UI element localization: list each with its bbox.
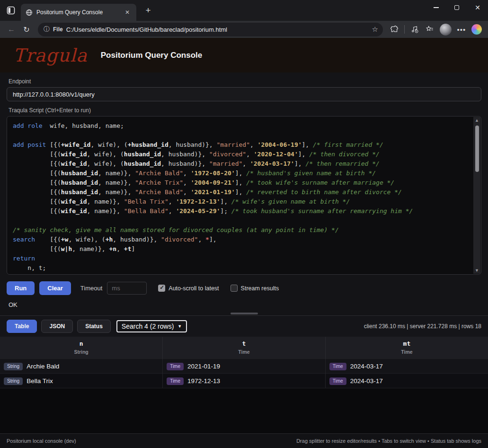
splitter-grip-icon[interactable] bbox=[231, 313, 258, 314]
results-tabs: TableJSONStatus bbox=[7, 320, 111, 333]
cell-value: 2021-01-19 bbox=[187, 363, 220, 370]
new-tab-button[interactable]: + bbox=[142, 4, 154, 17]
type-badge: Time bbox=[167, 377, 184, 385]
result-set-value: Search 4 (2 rows) bbox=[122, 323, 174, 330]
results-tab-json[interactable]: JSON bbox=[41, 320, 73, 333]
result-set-select[interactable]: Search 4 (2 rows) ▼ bbox=[116, 320, 187, 332]
profile-avatar[interactable] bbox=[440, 24, 452, 36]
globe-favicon-icon bbox=[26, 9, 33, 16]
timing-stats: client 236.10 ms | server 221.728 ms | r… bbox=[191, 323, 481, 330]
code-editor-content[interactable]: add role wife, husband, name; add posit … bbox=[7, 116, 481, 275]
window-close-button[interactable]: ✕ bbox=[467, 0, 488, 15]
tab-title: Positorium Query Console bbox=[36, 9, 119, 16]
footer-right-text: Drag splitter to resize editor/results •… bbox=[296, 438, 481, 444]
results-tab-table[interactable]: Table bbox=[7, 320, 37, 333]
endpoint-label: Endpoint bbox=[9, 78, 479, 85]
stream-toggle[interactable]: Stream results bbox=[231, 285, 279, 292]
autoscroll-toggle[interactable]: Auto-scroll to latest bbox=[158, 285, 219, 292]
run-button[interactable]: Run bbox=[7, 281, 35, 295]
column-header: tTime bbox=[163, 337, 326, 359]
page-title: Positorium Query Console bbox=[101, 51, 202, 60]
toolbar-divider bbox=[404, 25, 405, 34]
window-minimize-button[interactable] bbox=[426, 0, 446, 15]
more-options-icon[interactable]: ••• bbox=[455, 23, 468, 36]
results-table: nStringtTimemtTime StringArchie BaldTime… bbox=[0, 337, 488, 388]
browser-tabstrip: Positorium Query Console ✕ + ✕ bbox=[0, 0, 488, 21]
type-badge: Time bbox=[167, 363, 184, 370]
table-body: StringArchie BaldTime2021-01-19Time2024-… bbox=[0, 359, 488, 388]
splitter[interactable] bbox=[0, 308, 488, 316]
page-info-icon[interactable]: ⓘ bbox=[44, 25, 50, 34]
url-text[interactable]: C:/Users/eldle/Documents/GitHub/bareclad… bbox=[66, 26, 369, 33]
results-panel: TableJSONStatus Search 4 (2 rows) ▼ clie… bbox=[0, 316, 488, 433]
script-editor[interactable]: add role wife, husband, name; add posit … bbox=[7, 116, 481, 275]
autoscroll-checkbox[interactable] bbox=[158, 285, 165, 292]
type-badge: String bbox=[4, 363, 23, 370]
scrollbar-down-icon[interactable]: ▼ bbox=[475, 267, 479, 274]
chevron-down-icon: ▼ bbox=[177, 324, 182, 329]
app-header: Tragula Positorium Query Console bbox=[0, 38, 488, 72]
run-controls: Run Clear Timeout Auto-scroll to latest … bbox=[7, 281, 481, 295]
footer-left-text: Positorium local console (dev) bbox=[7, 438, 76, 444]
column-header: mtTime bbox=[325, 337, 488, 359]
tragula-logo: Tragula bbox=[13, 45, 88, 66]
browser-toolbar: ← ↻ ⓘ File C:/Users/eldle/Documents/GitH… bbox=[0, 21, 488, 38]
results-empty-area bbox=[0, 388, 488, 433]
collections-icon[interactable] bbox=[423, 23, 436, 36]
table-header-row: nStringtTimemtTime bbox=[0, 337, 488, 359]
endpoint-input[interactable] bbox=[7, 87, 481, 101]
timeout-label: Timeout bbox=[80, 285, 102, 292]
type-badge: Time bbox=[329, 377, 346, 385]
editor-scrollbar[interactable]: ▲ ▼ bbox=[473, 117, 480, 274]
main-content: Endpoint Traqula Script (Ctrl+Enter to r… bbox=[0, 72, 488, 433]
status-bar: Positorium local console (dev) Drag spli… bbox=[0, 433, 488, 448]
refresh-button[interactable]: ↻ bbox=[20, 23, 33, 36]
cell-value: 1972-12-13 bbox=[187, 377, 220, 385]
window-maximize-button[interactable] bbox=[446, 0, 467, 15]
back-button[interactable]: ← bbox=[5, 23, 18, 36]
tab-actions-menu-icon[interactable] bbox=[4, 3, 18, 18]
cell-value: Bella Trix bbox=[27, 377, 53, 385]
results-toolbar: TableJSONStatus Search 4 (2 rows) ▼ clie… bbox=[0, 316, 488, 337]
extensions-icon[interactable] bbox=[388, 23, 401, 36]
column-header: nString bbox=[0, 337, 163, 359]
scrollbar-thumb[interactable] bbox=[475, 125, 479, 172]
url-scheme-label: File bbox=[53, 26, 63, 33]
type-badge: Time bbox=[329, 363, 346, 370]
address-bar[interactable]: ⓘ File C:/Users/eldle/Documents/GitHub/b… bbox=[38, 23, 383, 36]
stream-label: Stream results bbox=[241, 285, 279, 292]
type-badge: String bbox=[4, 377, 23, 385]
scrollbar-up-icon[interactable]: ▲ bbox=[475, 117, 479, 124]
browser-tab[interactable]: Positorium Query Console ✕ bbox=[21, 4, 136, 21]
autoscroll-label: Auto-scroll to latest bbox=[169, 285, 219, 292]
status-text: OK bbox=[9, 301, 479, 308]
script-label: Traqula Script (Ctrl+Enter to run) bbox=[9, 107, 479, 114]
table-row: StringBella TrixTime1972-12-13Time2024-0… bbox=[0, 374, 488, 388]
cell-value: Archie Bald bbox=[27, 363, 59, 370]
copilot-icon[interactable] bbox=[470, 23, 483, 36]
favorite-star-icon[interactable]: ☆ bbox=[372, 25, 378, 34]
results-tab-status[interactable]: Status bbox=[77, 320, 111, 333]
tab-close-icon[interactable]: ✕ bbox=[123, 8, 132, 17]
stream-checkbox[interactable] bbox=[231, 285, 238, 292]
table-row: StringArchie BaldTime2021-01-19Time2024-… bbox=[0, 359, 488, 374]
cell-value: 2024-03-17 bbox=[350, 377, 383, 385]
clear-button[interactable]: Clear bbox=[39, 281, 71, 295]
timeout-input[interactable] bbox=[107, 282, 147, 295]
media-controls-icon[interactable] bbox=[408, 23, 421, 36]
cell-value: 2024-03-17 bbox=[350, 363, 383, 370]
